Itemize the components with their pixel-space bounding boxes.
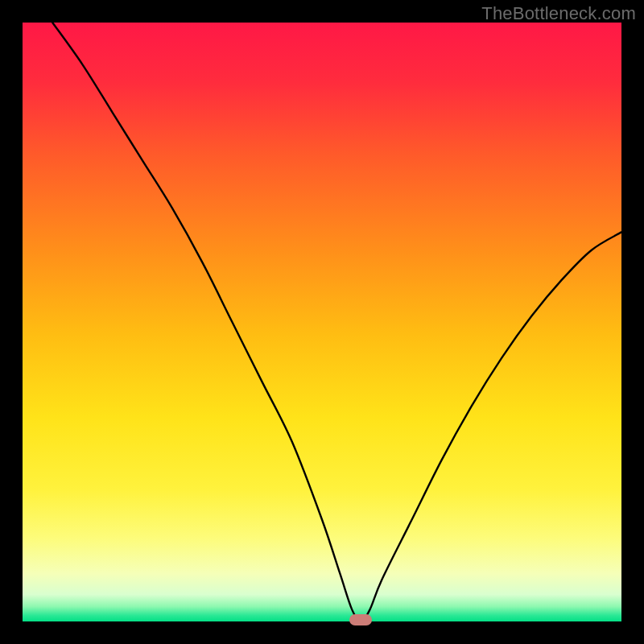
watermark-text: TheBottleneck.com	[481, 3, 636, 24]
optimal-marker	[349, 614, 372, 625]
chart-svg	[23, 23, 621, 621]
plot-area	[23, 23, 621, 621]
chart-frame: TheBottleneck.com	[0, 0, 644, 644]
